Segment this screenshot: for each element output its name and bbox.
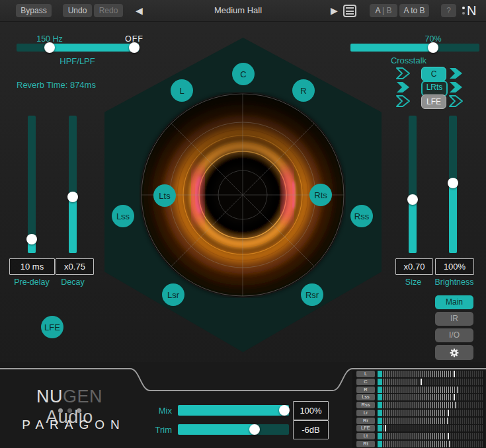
meter-channel-label: Rss xyxy=(356,402,375,408)
predelay-slider[interactable] xyxy=(28,116,36,253)
meter-input-block xyxy=(378,410,382,416)
route-out-lfe-chevron-icon[interactable] xyxy=(448,94,464,108)
speaker-node-lsr[interactable]: Lsr xyxy=(162,283,184,306)
size-handle[interactable] xyxy=(407,194,418,205)
speaker-node-l[interactable]: L xyxy=(171,79,193,102)
speaker-node-lts[interactable]: Lts xyxy=(153,184,176,207)
meter-input-block xyxy=(378,387,382,393)
hpf-handle[interactable] xyxy=(44,42,55,53)
trim-value[interactable]: -6dB xyxy=(293,420,329,439)
undo-button[interactable]: Undo xyxy=(63,4,92,17)
meter-channel-label: R xyxy=(356,387,375,393)
meter-channel-label: Rt xyxy=(356,441,375,447)
route-out-lrts-chevron-icon[interactable] xyxy=(448,81,464,94)
crosstalk-handle[interactable] xyxy=(428,42,438,53)
meter-input-block xyxy=(378,425,382,431)
route-lfe-button[interactable]: LFE xyxy=(421,94,446,109)
meter-row: Lss xyxy=(352,394,485,400)
ab-a-label: A xyxy=(375,6,380,15)
paragon-plugin-window: Bypass Undo Redo ◀ Medium Hall ▶ A | B A… xyxy=(0,0,486,448)
meter-bar xyxy=(383,433,483,439)
trim-fill xyxy=(178,424,255,435)
meter-input-block xyxy=(378,379,382,385)
route-out-c-chevron-icon[interactable] xyxy=(448,67,464,80)
mix-fill xyxy=(178,405,289,416)
brand-gen: GEN xyxy=(63,387,102,406)
trim-slider[interactable] xyxy=(178,424,289,435)
speaker-node-rts[interactable]: Rts xyxy=(309,184,332,206)
decay-label: Decay xyxy=(43,278,102,287)
brightness-value[interactable]: 100% xyxy=(435,258,474,275)
nugen-logo-dots-icon xyxy=(462,7,465,15)
next-preset-icon[interactable]: ▶ xyxy=(331,5,338,17)
speaker-node-lss[interactable]: Lss xyxy=(112,205,134,227)
preset-name[interactable]: Medium Hall xyxy=(152,5,324,15)
meter-input-block xyxy=(378,394,382,400)
mix-handle[interactable] xyxy=(279,405,290,416)
crosstalk-label: Crosstalk xyxy=(376,56,442,65)
crosstalk-slider[interactable] xyxy=(350,44,479,52)
mix-value[interactable]: 100% xyxy=(293,401,329,420)
meter-channel-label: Lss xyxy=(356,394,375,400)
brightness-fill xyxy=(449,183,457,253)
ab-compare-button[interactable]: A | B xyxy=(370,4,397,17)
nugen-logo-n: N xyxy=(467,3,476,19)
brightness-handle[interactable] xyxy=(448,178,458,188)
top-toolbar: Bypass Undo Redo ◀ Medium Hall ▶ A | B A… xyxy=(0,0,486,22)
size-value[interactable]: x0.70 xyxy=(395,258,433,275)
speaker-node-rss[interactable]: Rss xyxy=(350,205,373,227)
route-c-button[interactable]: C xyxy=(421,67,446,81)
meter-channel-label: Lr xyxy=(356,410,375,416)
speaker-node-c[interactable]: C xyxy=(232,63,255,85)
trim-label: Trim xyxy=(147,425,172,435)
mix-slider[interactable] xyxy=(178,405,289,416)
size-fill xyxy=(409,200,417,253)
meter-input-block xyxy=(378,418,382,424)
meter-row: Rss xyxy=(352,402,485,408)
hpf-lpf-slider[interactable] xyxy=(17,44,139,52)
meter-bar xyxy=(383,418,483,424)
meter-input-block xyxy=(378,441,382,447)
reverb-time-readout: Reverb Time: 874ms xyxy=(17,80,96,90)
predelay-value[interactable]: 10 ms xyxy=(9,258,55,275)
view-main-button[interactable]: Main xyxy=(435,295,473,309)
speaker-node-lfe[interactable]: LFE xyxy=(41,316,63,338)
predelay-handle[interactable] xyxy=(26,234,37,244)
bypass-button[interactable]: Bypass xyxy=(16,4,52,17)
meter-bar xyxy=(383,379,483,385)
hpf-lpf-label: HPF/LPF xyxy=(44,56,110,66)
decay-slider[interactable] xyxy=(69,116,77,253)
redo-button[interactable]: Redo xyxy=(94,4,123,17)
meter-input-block xyxy=(378,402,382,408)
brand-nu: NU xyxy=(36,387,63,406)
gear-icon xyxy=(449,348,460,358)
preset-list-icon[interactable] xyxy=(343,5,356,17)
previous-preset-icon[interactable]: ◀ xyxy=(136,5,143,17)
meter-bar xyxy=(383,410,483,416)
view-io-button[interactable]: I/O xyxy=(435,328,473,342)
route-in-lfe-chevron-icon[interactable] xyxy=(395,94,411,108)
route-in-lrts-chevron-icon[interactable] xyxy=(395,81,411,94)
ab-b-label: | B xyxy=(382,6,391,15)
a-to-b-button[interactable]: A to B xyxy=(399,4,429,17)
trim-handle[interactable] xyxy=(249,424,260,435)
brand-dots-icon xyxy=(13,408,126,413)
view-ir-button[interactable]: IR xyxy=(435,312,473,326)
speaker-node-r[interactable]: R xyxy=(292,79,315,102)
meter-row: Lt xyxy=(352,433,485,439)
meter-row: R xyxy=(352,387,485,393)
settings-button[interactable] xyxy=(435,345,473,360)
decay-value[interactable]: x0.75 xyxy=(56,258,94,275)
lpf-handle[interactable] xyxy=(129,42,140,53)
help-button[interactable]: ? xyxy=(441,4,456,17)
route-in-c-chevron-icon[interactable] xyxy=(395,67,411,80)
meter-row: Lr xyxy=(352,410,485,416)
size-slider[interactable] xyxy=(409,116,417,253)
hpf-lpf-range-fill xyxy=(50,44,139,52)
meter-input-block xyxy=(378,371,382,377)
speaker-node-rsr[interactable]: Rsr xyxy=(301,283,323,306)
brightness-slider[interactable] xyxy=(449,116,457,253)
meter-bar xyxy=(383,441,483,447)
decay-handle[interactable] xyxy=(67,192,78,202)
meter-row: Rt xyxy=(352,441,485,447)
